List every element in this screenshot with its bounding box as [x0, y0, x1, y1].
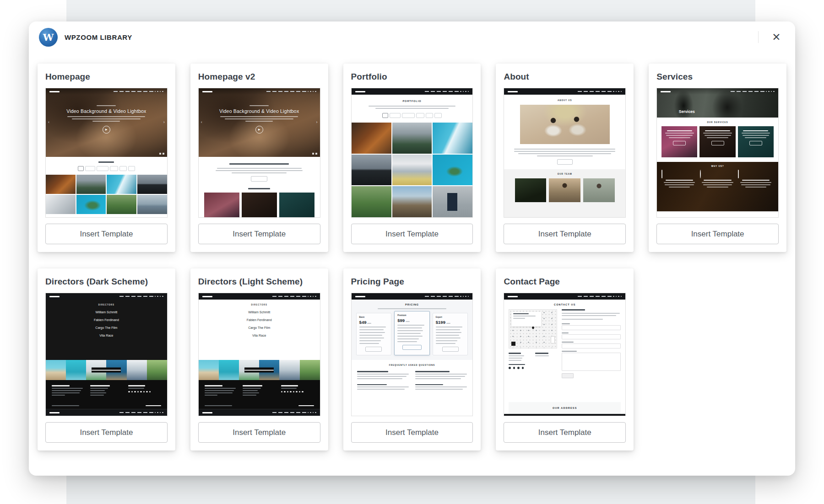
footer-section	[199, 380, 320, 409]
gallery-section	[46, 157, 167, 214]
template-grid: Homepage ‹ › Video	[29, 53, 795, 450]
insert-template-button[interactable]: Insert Template	[504, 422, 626, 443]
page-heading: ABOUT US	[504, 99, 625, 102]
follow-us-block	[509, 364, 557, 369]
insert-template-button[interactable]: Insert Template	[504, 224, 626, 244]
plan-name: Premium	[397, 314, 427, 316]
plan-price: $199	[436, 320, 445, 325]
hero-heading: Video Background & Video Lightbox	[219, 108, 299, 114]
insert-template-button[interactable]: Insert Template	[45, 224, 168, 244]
map-info-box	[511, 312, 541, 327]
template-preview-portfolio[interactable]: PORTFOLIO	[351, 88, 473, 218]
template-title: Homepage v2	[198, 72, 320, 82]
submit-mini-button	[562, 373, 574, 378]
template-card-services: Services Services OUR SERVICES	[649, 64, 786, 252]
page-heading: PORTFOLIO	[352, 100, 473, 102]
team-section: OUR TEAM	[504, 169, 625, 217]
template-card-homepage: Homepage ‹ › Video	[38, 64, 175, 252]
mini-navbar	[352, 293, 473, 300]
faq-section: FREQUENTLY ASKED QUESTIONS	[352, 360, 473, 416]
service-tiles	[199, 193, 320, 217]
pricing-section: PRICING Basic $49 Premium	[352, 300, 473, 360]
social-icons	[509, 367, 557, 369]
template-preview-about[interactable]: ABOUT US OUR TEAM	[504, 88, 626, 218]
mini-navbar	[657, 88, 778, 95]
wpzoom-library-modal: W WPZOOM LIBRARY ✕ Homepage	[29, 21, 795, 476]
why-us-section: WHY US?	[657, 162, 778, 211]
next-arrow-icon: ›	[316, 120, 318, 124]
services-hero: Services	[657, 88, 778, 118]
template-preview-contact[interactable]: CONTACT US	[504, 293, 626, 416]
template-preview-homepage[interactable]: ‹ › Video Background & Video Lightbox ▶	[45, 88, 168, 218]
plan-premium: Premium $99	[394, 311, 430, 355]
insert-template-button[interactable]: Insert Template	[351, 224, 473, 244]
insert-template-button[interactable]: Insert Template	[198, 422, 320, 443]
template-title: Pricing Page	[351, 277, 473, 287]
plan-name: Basic	[359, 316, 389, 318]
page: W WPZOOM LIBRARY ✕ Homepage	[0, 0, 824, 504]
photo-strip	[199, 360, 320, 380]
director-name: Fabien Ferdinand	[247, 318, 272, 322]
director-name: William Schmitt	[248, 311, 270, 314]
wpzoom-logo-icon: W	[39, 28, 58, 47]
contact-form	[562, 309, 621, 398]
about-text-block	[504, 144, 625, 165]
page-heading: PRICING	[356, 303, 468, 306]
insert-template-button[interactable]: Insert Template	[656, 224, 779, 244]
template-preview-homepage-v2[interactable]: ‹ › Video Background & Video Lightbox ▶	[198, 88, 320, 218]
director-name: Cargo The Film	[248, 326, 270, 329]
plan-price: $49	[359, 320, 367, 325]
editing-icon	[738, 170, 739, 178]
template-title: Services	[656, 72, 779, 82]
address-heading: OUR ADDRESS	[553, 407, 577, 409]
template-card-about: About ABOUT US	[496, 64, 634, 252]
template-preview-directors-light[interactable]: DIRECTORS William Schmitt Fabien Ferdina…	[198, 293, 320, 416]
pricing-plans: Basic $49 Premium $99	[356, 313, 468, 355]
template-title: About	[504, 72, 626, 82]
play-icon: ▶	[103, 126, 110, 134]
director-name: Fabien Ferdinand	[94, 318, 119, 322]
intro-text-block	[199, 157, 320, 182]
header-divider	[758, 31, 759, 43]
prev-arrow-icon: ‹	[201, 120, 202, 124]
insert-template-button[interactable]: Insert Template	[198, 224, 320, 244]
view-all-overlay-button	[244, 368, 274, 373]
service-tiles	[661, 126, 774, 157]
plan-name: Expert	[436, 316, 465, 318]
subject-field	[562, 343, 621, 349]
message-textarea	[562, 353, 621, 371]
mini-navbar	[504, 293, 625, 300]
plan-basic: Basic $49	[356, 313, 392, 355]
template-card-homepage-v2: Homepage v2 ‹ › Vid	[190, 64, 328, 252]
play-icon: ▶	[255, 126, 263, 134]
template-card-pricing: Pricing Page PRICING Basic	[343, 268, 481, 450]
faq-heading: FREQUENTLY ASKED QUESTIONS	[357, 364, 467, 366]
view-all-overlay-button	[92, 368, 121, 373]
contact-section: CONTACT US	[504, 300, 625, 414]
mini-navbar	[46, 88, 167, 95]
close-icon[interactable]: ✕	[770, 30, 783, 44]
page-heading: DIRECTORS	[98, 304, 114, 306]
directors-list: DIRECTORS William Schmitt Fabien Ferdina…	[46, 300, 167, 360]
director-name: Vita Race	[252, 334, 266, 337]
template-preview-services[interactable]: Services OUR SERVICES WHY US?	[656, 88, 779, 218]
mini-navbar	[199, 88, 320, 95]
services-heading: OUR SERVICES	[661, 121, 774, 123]
social-icons	[281, 391, 314, 393]
about-photo	[520, 105, 610, 144]
badge-icon	[700, 170, 701, 178]
template-preview-pricing[interactable]: PRICING Basic $49 Premium	[351, 293, 473, 416]
insert-template-button[interactable]: Insert Template	[351, 422, 473, 443]
footer-section	[46, 380, 167, 409]
template-preview-directors-dark[interactable]: DIRECTORS William Schmitt Fabien Ferdina…	[45, 293, 168, 416]
map-zoom-control	[551, 336, 555, 343]
next-arrow-icon: ›	[163, 120, 165, 124]
mini-footer-navbar	[46, 409, 167, 416]
name-field	[562, 325, 621, 330]
map-attribution-square	[511, 342, 515, 346]
template-card-portfolio: Portfolio PORTFOLIO	[343, 64, 481, 252]
insert-template-button[interactable]: Insert Template	[45, 422, 168, 443]
page-heading: DIRECTORS	[251, 304, 267, 306]
hero-video-section: ‹ › Video Background & Video Lightbox ▶	[199, 88, 320, 157]
hero-video-section: ‹ › Video Background & Video Lightbox ▶	[46, 88, 167, 157]
